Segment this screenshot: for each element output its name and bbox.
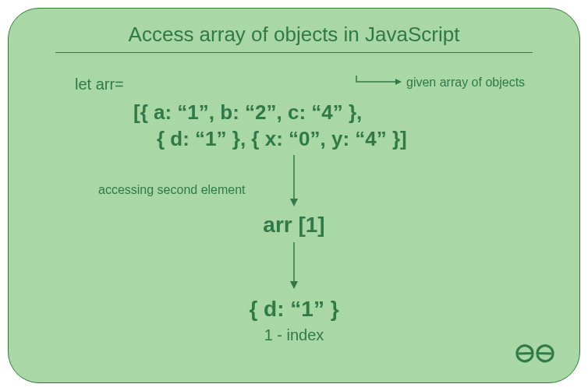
diagram-title: Access array of objects in JavaScript (129, 23, 460, 47)
diagram-card: Access array of objects in JavaScript le… (8, 8, 580, 383)
arrow-down-icon (286, 155, 302, 208)
title-underline (55, 52, 533, 53)
geeksforgeeks-logo-icon (515, 342, 554, 365)
label-given-array: given array of objects (406, 76, 525, 90)
result-value: { d: “1” } (249, 297, 338, 322)
arrow-down-icon (286, 242, 302, 291)
arrow-right-icon (353, 72, 402, 90)
declaration-text: let arr= (75, 76, 124, 93)
index-label: 1 - index (264, 326, 324, 344)
code-line-1: [{ a: “1”, b: “2”, c: “4” }, (133, 100, 362, 125)
label-accessing-element: accessing second element (98, 183, 246, 197)
code-line-2: { d: “1” }, { x: “0”, y: “4” }] (157, 127, 407, 151)
access-expression: arr [1] (263, 213, 324, 238)
